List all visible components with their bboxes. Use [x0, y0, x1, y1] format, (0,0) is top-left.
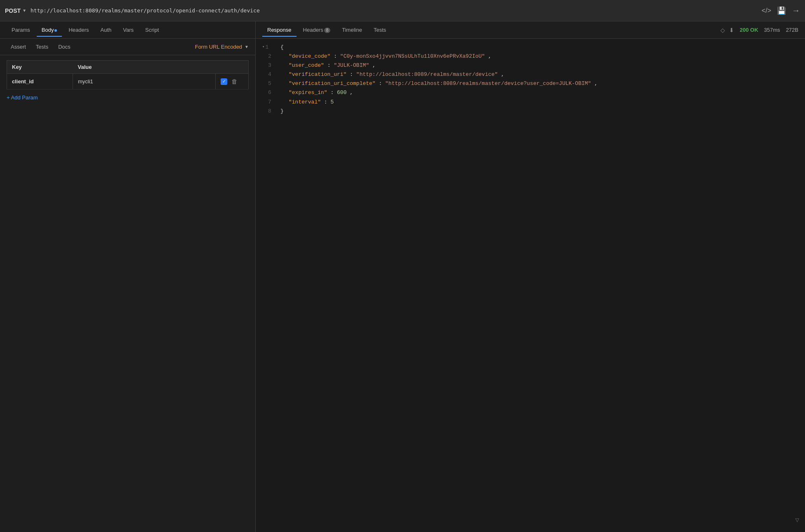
- method-label: POST: [5, 7, 21, 14]
- add-param-button[interactable]: + Add Param: [0, 89, 255, 106]
- send-button[interactable]: →: [792, 6, 800, 15]
- tab-params[interactable]: Params: [7, 24, 35, 36]
- params-table: Key Value client_id mycli1 🗑: [7, 60, 249, 89]
- col-header-key: Key: [7, 61, 73, 74]
- line-num-2: 2: [262, 52, 280, 61]
- table-row: client_id mycli1 🗑: [7, 74, 249, 89]
- line-num-8: 8: [262, 107, 280, 116]
- status-bar: ◇ ⬇ 200 OK 357ms 272B: [720, 27, 798, 33]
- col-header-value: Value: [73, 61, 216, 74]
- tab-vars[interactable]: Vars: [118, 24, 139, 36]
- json-viewer: ▾ 1 { 2 "device_code" : "C0y-monSxo4jjvv…: [256, 39, 805, 532]
- tab-docs[interactable]: Docs: [54, 41, 75, 52]
- param-actions: 🗑: [216, 74, 249, 89]
- response-tabs: Response Headers8 Timeline Tests: [262, 24, 720, 36]
- request-tabs: Params Body Headers Auth Vars Script: [0, 21, 255, 39]
- line-num-3: 3: [262, 61, 280, 70]
- line-num-1: ▾ 1: [262, 43, 280, 52]
- param-key: client_id: [7, 74, 73, 89]
- json-line-2: 2 "device_code" : "C0y-monSxo4jjvvn7NSsU…: [262, 52, 798, 61]
- download-icon[interactable]: ⬇: [729, 27, 734, 33]
- body-subtabs: Assert Tests Docs Form URL Encoded ▼: [0, 39, 255, 55]
- rtab-timeline[interactable]: Timeline: [337, 24, 367, 36]
- url-bar: POST ▼ </> 💾 →: [0, 0, 805, 21]
- url-input[interactable]: [31, 7, 758, 14]
- json-line-8: 8 }: [262, 107, 798, 116]
- url-bar-actions: </> 💾 →: [762, 6, 800, 15]
- main-layout: Params Body Headers Auth Vars Script Ass…: [0, 21, 805, 532]
- left-panel: Params Body Headers Auth Vars Script Ass…: [0, 21, 256, 532]
- response-time: 357ms: [764, 27, 780, 33]
- json-line-4: 4 "verification_uri" : "http://localhost…: [262, 70, 798, 79]
- param-value[interactable]: mycli1: [73, 74, 216, 89]
- body-type-selector[interactable]: Form URL Encoded ▼: [195, 44, 249, 50]
- line-num-5: 5: [262, 79, 280, 88]
- clear-icon[interactable]: ◇: [720, 27, 725, 33]
- line-num-4: 4: [262, 70, 280, 79]
- method-arrow-icon: ▼: [22, 8, 26, 13]
- col-header-actions: [216, 61, 249, 74]
- tab-assert[interactable]: Assert: [7, 41, 30, 52]
- tab-tests[interactable]: Tests: [32, 41, 52, 52]
- chevron-down-icon: ▼: [245, 45, 249, 49]
- line-num-6: 6: [262, 88, 280, 97]
- line-num-7: 7: [262, 98, 280, 107]
- save-icon[interactable]: 💾: [777, 6, 786, 15]
- method-selector[interactable]: POST ▼: [5, 7, 26, 14]
- json-line-3: 3 "user_code" : "JULK-OBIM" ,: [262, 61, 798, 70]
- headers-badge: 8: [324, 28, 331, 33]
- tab-script[interactable]: Script: [140, 24, 164, 36]
- json-line-5: 5 "verification_uri_complete" : "http://…: [262, 79, 798, 88]
- tab-auth[interactable]: Auth: [96, 24, 117, 36]
- rtab-headers[interactable]: Headers8: [298, 24, 336, 36]
- param-enabled-checkbox[interactable]: [221, 78, 227, 85]
- status-ok-badge: 200 OK: [740, 27, 758, 33]
- delete-param-icon[interactable]: 🗑: [231, 78, 238, 85]
- json-line-7: 7 "interval" : 5: [262, 98, 798, 107]
- json-line-6: 6 "expires_in" : 600 ,: [262, 88, 798, 97]
- response-header: Response Headers8 Timeline Tests ◇ ⬇ 200…: [256, 21, 805, 39]
- code-icon[interactable]: </>: [762, 7, 771, 14]
- response-size: 272B: [786, 27, 798, 33]
- right-panel: Response Headers8 Timeline Tests ◇ ⬇ 200…: [256, 21, 805, 532]
- rtab-tests[interactable]: Tests: [369, 24, 391, 36]
- status-icons: ◇ ⬇: [720, 27, 734, 33]
- row-actions: 🗑: [221, 78, 243, 85]
- json-line-1: ▾ 1 {: [262, 43, 798, 52]
- filter-icon[interactable]: ▽: [795, 515, 799, 526]
- rtab-response[interactable]: Response: [262, 24, 297, 36]
- tab-headers[interactable]: Headers: [64, 24, 94, 36]
- tab-body[interactable]: Body: [37, 24, 62, 36]
- fold-arrow-icon[interactable]: ▾: [262, 44, 264, 50]
